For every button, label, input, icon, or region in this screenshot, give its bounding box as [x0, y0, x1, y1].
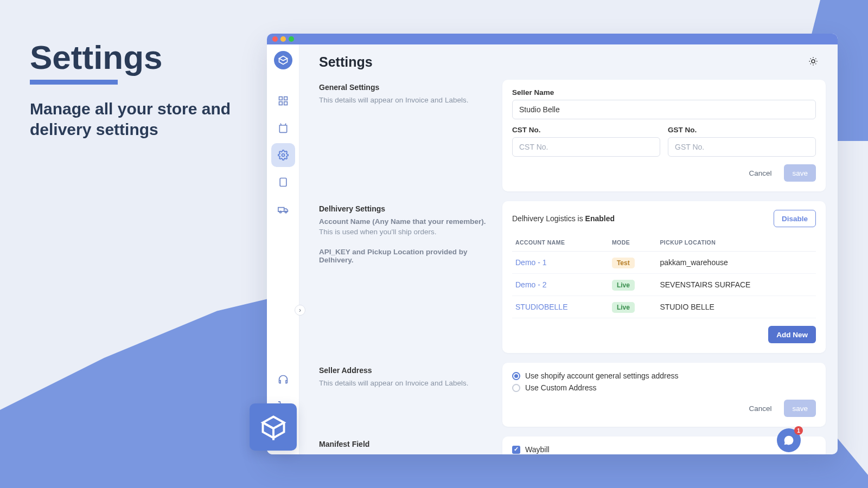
- address-sub: This details will appear on Invoice and …: [319, 379, 487, 387]
- delhivery-sub3: API_KEY and Pickup Location provided by …: [319, 248, 487, 264]
- gst-input[interactable]: [668, 137, 816, 157]
- seller-name-label: Seller Name: [512, 88, 816, 97]
- svg-rect-2: [279, 102, 282, 105]
- hero-title: Settings: [30, 38, 236, 76]
- table-row: Demo - 1Testpakkam_warehouse: [512, 252, 816, 274]
- checkbox-icon: [512, 446, 520, 454]
- minimize-dot[interactable]: [280, 36, 286, 42]
- nav-dashboard[interactable]: [271, 89, 295, 113]
- manifest-field[interactable]: Waybill: [512, 445, 816, 454]
- close-dot[interactable]: [272, 36, 278, 42]
- pickup-cell: SEVENSTAIRS SURFACE: [656, 274, 816, 296]
- cst-label: CST No.: [512, 126, 660, 134]
- svg-point-4: [282, 154, 284, 157]
- theme-toggle[interactable]: [808, 56, 818, 66]
- col-pickup: PICKUP LOCATION: [656, 234, 816, 252]
- table-row: Demo - 2LiveSEVENSTAIRS SURFACE: [512, 274, 816, 296]
- radio-custom[interactable]: Use Custom Address: [512, 383, 816, 392]
- sidebar-expand-icon[interactable]: ›: [295, 305, 305, 316]
- nav-support[interactable]: [271, 368, 295, 391]
- svg-rect-3: [284, 102, 287, 105]
- general-cancel-button[interactable]: Cancel: [741, 164, 780, 182]
- mode-badge: Live: [612, 302, 635, 313]
- manifest-heading: Manifest Field: [319, 440, 487, 448]
- svg-rect-0: [279, 97, 282, 100]
- account-link[interactable]: STUDIOBELLE: [512, 296, 609, 318]
- radio-icon: [512, 384, 520, 392]
- brand-logo: [274, 51, 292, 69]
- address-heading: Seller Address: [319, 366, 487, 375]
- nav-settings[interactable]: [271, 143, 295, 167]
- seller-name-input[interactable]: [512, 100, 816, 119]
- app-window: Settings General Settings This details w…: [267, 34, 838, 454]
- mode-badge: Live: [612, 280, 635, 291]
- delhivery-sub2: This is used when you'll ship orders.: [319, 228, 487, 236]
- svg-rect-1: [284, 97, 287, 100]
- table-row: STUDIOBELLELiveSTUDIO BELLE: [512, 296, 816, 318]
- svg-point-10: [812, 60, 815, 63]
- col-account: ACCOUNT NAME: [512, 234, 609, 252]
- page-title: Settings: [319, 54, 826, 70]
- delhivery-status: Delhivery Logistics is Enabled: [512, 214, 615, 223]
- account-link[interactable]: Demo - 1: [512, 252, 609, 274]
- address-save-button[interactable]: save: [784, 400, 816, 417]
- delhivery-sub1: Account Name (Any Name that your remembe…: [319, 217, 487, 226]
- col-mode: MODE: [609, 234, 657, 252]
- nav-labels[interactable]: [271, 170, 295, 194]
- app-badge-logo: [250, 403, 297, 451]
- general-save-button[interactable]: save: [784, 164, 816, 182]
- chat-button[interactable]: [777, 428, 801, 452]
- disable-button[interactable]: Disable: [774, 210, 816, 227]
- mode-badge: Test: [612, 258, 635, 268]
- hero: Settings Manage all your store and deliv…: [30, 38, 236, 139]
- general-sub: This details will appear on Invoice and …: [319, 96, 487, 104]
- pickup-cell: STUDIO BELLE: [656, 296, 816, 318]
- manifest-sub: Check the fields that should shown on Ma…: [319, 453, 487, 454]
- general-heading: General Settings: [319, 83, 487, 92]
- general-card: Seller Name CST No. GST No.: [502, 80, 826, 191]
- hero-underline: [30, 80, 118, 85]
- add-new-button[interactable]: Add New: [768, 326, 816, 343]
- cst-input[interactable]: [512, 137, 660, 157]
- window-titlebar: [267, 34, 838, 44]
- hero-subtitle: Manage all your store and delivery setti…: [30, 99, 236, 139]
- sidebar: [267, 44, 299, 454]
- delhivery-heading: Delhivery Settings: [319, 204, 487, 213]
- address-card: Use shopify account general settings add…: [502, 363, 826, 427]
- nav-shipping[interactable]: [271, 197, 295, 221]
- address-cancel-button[interactable]: Cancel: [741, 400, 780, 417]
- gst-label: GST No.: [668, 126, 816, 134]
- delhivery-card: Delhivery Logistics is Enabled Disable A…: [502, 201, 826, 353]
- account-link[interactable]: Demo - 2: [512, 274, 609, 296]
- radio-shopify[interactable]: Use shopify account general settings add…: [512, 371, 816, 380]
- pickup-cell: pakkam_warehouse: [656, 252, 816, 274]
- accounts-table: ACCOUNT NAME MODE PICKUP LOCATION Demo -…: [512, 234, 816, 318]
- nav-orders[interactable]: [271, 116, 295, 140]
- maximize-dot[interactable]: [289, 36, 294, 42]
- radio-icon: [512, 372, 520, 380]
- svg-rect-5: [280, 178, 286, 187]
